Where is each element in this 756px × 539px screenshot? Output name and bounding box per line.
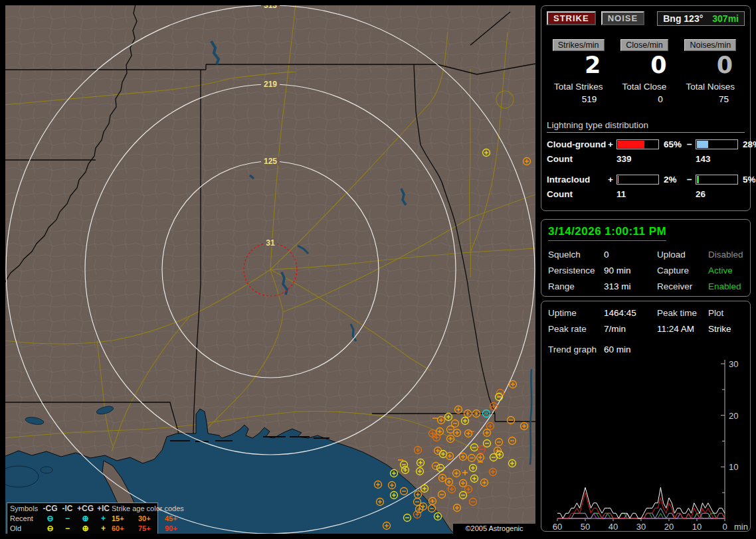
svg-text:40: 40 — [609, 522, 618, 532]
datetime-display: 3/14/2026 1:00:11 PM — [548, 225, 666, 241]
legend-age-value: 75+ — [138, 524, 165, 534]
strike-button[interactable]: STRIKE — [547, 11, 596, 25]
strikes-column: Strikes/min 2 Total Strikes 519 — [547, 39, 610, 104]
total-close-value: 0 — [658, 94, 676, 104]
strikes-per-min-value: 2 — [585, 52, 610, 78]
symbol-legend: Symbols -CG -IC +CG +IC Strike age color… — [7, 502, 158, 534]
ic-positive-count: 11 — [616, 189, 660, 199]
distribution-title: Lightning type distribution — [547, 120, 745, 133]
strikes-per-min-chip: Strikes/min — [553, 39, 605, 51]
noises-per-min-chip: Noises/min — [684, 39, 736, 51]
svg-text:30: 30 — [636, 522, 646, 532]
total-strikes-label: Total Strikes — [554, 82, 603, 92]
intracloud-row: Intracloud + 2% − 5% — [547, 175, 745, 185]
svg-text:20: 20 — [664, 522, 674, 532]
noises-column: Noises/min 0 Total Noises 75 — [679, 39, 742, 104]
svg-text:50: 50 — [581, 522, 590, 532]
svg-text:20: 20 — [729, 411, 738, 421]
svg-text:0: 0 — [722, 522, 727, 532]
intracloud-count-row: Count 11 26 — [547, 189, 745, 199]
trend-window-value: 60 min — [604, 345, 657, 354]
legend-col-ncg: -CG — [41, 504, 59, 514]
range-label: Range — [548, 281, 604, 291]
legend-symbol-icon: − — [59, 524, 76, 534]
bearing-readout: Bng 123°307mi — [657, 11, 745, 26]
intracloud-label: Intracloud — [547, 175, 608, 185]
upload-status: Disabled — [708, 250, 743, 260]
plus-sign: + — [608, 175, 616, 185]
upload-label: Upload — [657, 250, 708, 260]
legend-col-pic: +IC — [95, 504, 112, 514]
svg-text:30: 30 — [729, 359, 738, 369]
svg-text:60: 60 — [553, 522, 562, 532]
copyright-label: ©2005 Astrogenic Systems — [453, 524, 535, 534]
cg-negative-count: 143 — [696, 154, 739, 164]
ic-positive-bar — [616, 175, 659, 185]
peak-rate-label: Peak rate — [548, 324, 604, 334]
legend-symbol-icon: ⊖ — [41, 524, 59, 534]
legend-age-value: 90+ — [165, 524, 187, 534]
noise-button[interactable]: NOISE — [601, 11, 644, 25]
ic-negative-bar — [696, 175, 738, 185]
svg-text:125: 125 — [264, 157, 277, 166]
minus-sign: − — [687, 175, 696, 185]
cg-positive-bar — [616, 139, 659, 149]
uptime-value: 1464:45 — [604, 308, 657, 318]
noises-per-min-value: 0 — [717, 52, 742, 78]
svg-text:219: 219 — [264, 80, 277, 89]
total-close-label: Total Close — [622, 82, 667, 92]
bearing-label: Bng 123° — [663, 13, 703, 24]
cloud-ground-label: Cloud-ground — [547, 139, 608, 149]
cloud-ground-row: Cloud-ground + 65% − 28% — [547, 139, 745, 149]
close-column: Close/min 0 Total Close 0 — [613, 39, 676, 104]
bearing-range: 307mi — [712, 13, 739, 24]
peak-time-value: 11:24 AM — [657, 324, 708, 334]
capture-status: Active — [708, 266, 743, 275]
squelch-value: 0 — [604, 250, 657, 260]
system-status-panel: 3/14/2026 1:00:11 PM Squelch 0 Upload Di… — [541, 219, 751, 297]
legend-symbol-icon: ⊕ — [76, 514, 95, 524]
svg-text:10: 10 — [692, 522, 702, 532]
map-canvas[interactable]: 31321912531 Symbols -CG -IC +CG +IC Stri… — [5, 5, 535, 534]
legend-age-value: 60+ — [112, 524, 138, 534]
persistence-value: 90 min — [604, 266, 657, 275]
cg-negative-pct: 28% — [739, 139, 756, 149]
range-value: 313 mi — [604, 281, 657, 291]
legend-symbol-icon: − — [59, 514, 76, 524]
legend-age-title: Strike age color codes — [112, 504, 187, 514]
count-label: Count — [547, 189, 608, 199]
map-art: 31321912531 — [5, 5, 535, 534]
legend-symbol-icon: + — [95, 524, 112, 534]
ic-negative-count: 26 — [696, 189, 739, 199]
legend-symbols-title: Symbols — [10, 504, 41, 514]
trend-graph: 1020306050403020100min — [545, 358, 750, 532]
cg-positive-count: 339 — [616, 154, 660, 164]
svg-text:min: min — [734, 522, 748, 532]
legend-age-value: 45+ — [165, 514, 187, 524]
legend-symbol-icon: ⊖ — [41, 514, 59, 524]
count-label: Count — [547, 154, 608, 164]
plot-label: Plot — [708, 308, 743, 318]
legend-symbol-icon: + — [95, 514, 112, 524]
legend-age-value: 15+ — [112, 514, 138, 524]
cg-positive-pct: 65% — [660, 139, 687, 149]
total-noises-value: 75 — [719, 94, 742, 104]
peak-rate-value: 7/min — [604, 324, 657, 334]
legend-symbol-icon: ⊕ — [76, 524, 95, 534]
peak-time-label: Peak time — [657, 308, 708, 318]
svg-text:31: 31 — [266, 238, 275, 248]
ic-negative-pct: 5% — [739, 175, 756, 185]
svg-text:10: 10 — [729, 462, 738, 472]
ic-positive-pct: 2% — [660, 175, 687, 185]
app-window: { "header": { "strike_button": "STRIKE",… — [0, 0, 756, 539]
trend-panel: Uptime 1464:45 Peak time Plot Peak rate … — [541, 301, 751, 532]
svg-text:313: 313 — [264, 5, 277, 10]
legend-age-value: 30+ — [138, 514, 165, 524]
legend-col-pcg: +CG — [76, 504, 95, 514]
total-noises-label: Total Noises — [686, 82, 735, 92]
legend-row-old: Old⊖−⊕+60+75+90+ — [10, 524, 155, 534]
close-per-min-value: 0 — [650, 52, 676, 78]
total-strikes-value: 519 — [582, 94, 611, 104]
receiver-status: Enabled — [708, 281, 743, 291]
plot-mode-value: Strike — [708, 324, 743, 334]
